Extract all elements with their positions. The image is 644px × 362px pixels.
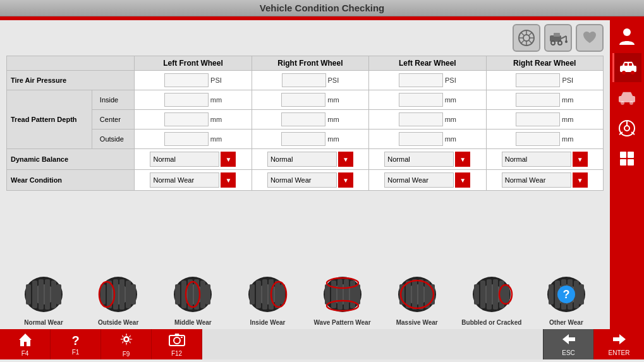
home-svg-icon [18, 332, 33, 346]
tread-center-label: Center [92, 110, 134, 130]
tread-inside-rr-input[interactable] [516, 93, 560, 107]
wear-condition-lf-select[interactable]: Normal Wear Outside Wear Middle Wear Ins… [150, 172, 219, 188]
esc-button[interactable]: ESC [543, 329, 593, 359]
tread-outside-lr-input[interactable] [399, 132, 443, 146]
tire-pressure-rr-unit: PSI [562, 76, 573, 84]
tire-normal-wear-label: Normal Wear [24, 319, 63, 327]
dynamic-balance-lr: Normal Abnormal ▼ [369, 149, 486, 170]
svg-point-97 [621, 101, 624, 105]
left-rear-header: Left Rear Wheel [369, 56, 486, 71]
tire-inside-wear: Inside Wear [236, 272, 299, 327]
tire-wave-wear-img [317, 272, 368, 317]
wear-condition-rf-select[interactable]: Normal Wear Outside Wear Middle Wear Ins… [267, 172, 337, 188]
enter-button[interactable]: ENTER [593, 329, 644, 359]
tread-outside-lf-input[interactable] [164, 132, 209, 146]
tread-inside-label: Inside [92, 90, 134, 110]
tread-outside-lr: mm [369, 130, 486, 149]
tire-bubbled-wear-svg [469, 274, 514, 315]
wear-condition-lf-dropdown-btn[interactable]: ▼ [221, 172, 236, 188]
tread-center-rr-input[interactable] [516, 112, 560, 126]
tread-center-lf-input[interactable] [164, 112, 209, 126]
tread-outside-rf-input[interactable] [281, 132, 325, 146]
tire-middle-wear-label: Middle Wear [174, 319, 212, 327]
sidebar-person-btn[interactable] [612, 23, 641, 52]
svg-rect-49 [275, 281, 280, 308]
wear-condition-rf-dropdown-btn[interactable]: ▼ [338, 172, 353, 188]
dynamic-balance-lr-select[interactable]: Normal Abnormal [384, 152, 454, 167]
svg-marker-115 [613, 334, 626, 344]
heart-toolbar-icon[interactable] [576, 24, 604, 52]
svg-rect-58 [350, 281, 355, 308]
tire-middle-wear-svg [170, 274, 216, 315]
tire-wave-wear: Wave Pattern Wear [311, 272, 374, 327]
svg-rect-46 [256, 281, 261, 308]
tread-inside-rf-input[interactable] [281, 93, 325, 107]
wear-condition-lr-select[interactable]: Normal Wear Outside Wear Middle Wear Ins… [384, 172, 454, 188]
car-icon [619, 61, 638, 75]
tire-outside-wear-label: Outside Wear [98, 319, 138, 327]
wear-condition-rf: Normal Wear Outside Wear Middle Wear Ins… [252, 170, 368, 191]
tire-massive-wear-svg [394, 274, 440, 315]
svg-line-6 [521, 32, 524, 35]
main-layout: Left Front Wheel Right Front Wheel Left … [0, 20, 644, 329]
dynamic-balance-rr-select[interactable]: Normal Abnormal [502, 152, 571, 167]
sidebar-steering-btn[interactable] [612, 114, 641, 143]
svg-rect-82 [549, 284, 554, 305]
steering-icon [618, 119, 636, 137]
esc-label: ESC [562, 349, 575, 356]
wheel-toolbar-icon[interactable] [513, 24, 540, 52]
wear-condition-rr-dropdown-btn[interactable]: ▼ [573, 172, 588, 188]
f1-button[interactable]: ? F1 [51, 329, 101, 359]
person-icon [618, 27, 636, 47]
wear-condition-rr-select[interactable]: Normal Wear Outside Wear Middle Wear Ins… [502, 172, 571, 188]
tread-inside-rf: mm [252, 90, 368, 110]
tread-center-rf-input[interactable] [281, 112, 325, 126]
tow-icon [549, 29, 568, 47]
tread-center-lf: mm [135, 110, 252, 130]
tread-inside-rr-unit: mm [562, 96, 573, 104]
f12-button[interactable]: F12 [152, 329, 202, 359]
help-icon: ? [71, 334, 79, 348]
enter-arrow-icon [612, 333, 627, 349]
tread-outside-rr: mm [486, 130, 603, 149]
right-rear-header: Right Rear Wheel [486, 56, 603, 71]
svg-rect-45 [250, 284, 255, 305]
tire-pressure-rf-unit: PSI [328, 76, 339, 84]
dynamic-balance-rf-select[interactable]: Normal Abnormal [267, 152, 337, 167]
tire-icons-section: Normal Wear [0, 267, 610, 329]
tread-outside-rr-input[interactable] [516, 132, 560, 146]
tire-pressure-lf: PSI [135, 71, 252, 90]
tire-pressure-rr-input[interactable] [516, 73, 560, 87]
wear-condition-lr-dropdown-btn[interactable]: ▼ [455, 172, 470, 188]
sidebar-car2-btn[interactable] [612, 83, 641, 112]
svg-rect-55 [331, 281, 336, 308]
tread-inside-lf-input[interactable] [164, 93, 209, 107]
dynamic-balance-rr-dropdown-btn[interactable]: ▼ [573, 152, 588, 167]
sidebar-car-btn[interactable] [612, 53, 641, 82]
dynamic-balance-lf-select[interactable]: Normal Abnormal [150, 152, 219, 167]
dynamic-balance-lr-dropdown-btn[interactable]: ▼ [455, 152, 470, 167]
tire-pressure-lf-input[interactable] [164, 73, 209, 87]
svg-line-8 [529, 32, 532, 35]
wear-condition-lf: Normal Wear Outside Wear Middle Wear Ins… [135, 170, 252, 191]
f4-button[interactable]: F4 [0, 329, 51, 359]
tread-inside-lr-unit: mm [445, 96, 456, 104]
dynamic-balance-lf: Normal Abnormal ▼ [135, 149, 252, 170]
tire-inside-wear-img [242, 272, 293, 317]
tow-toolbar-icon[interactable] [544, 24, 572, 52]
tread-center-lr-input[interactable] [399, 112, 443, 126]
svg-rect-104 [620, 152, 626, 158]
dynamic-balance-lf-dropdown-btn[interactable]: ▼ [221, 152, 236, 167]
dynamic-balance-rf-dropdown-btn[interactable]: ▼ [338, 152, 353, 167]
dynamic-balance-rr: Normal Abnormal ▼ [486, 149, 603, 170]
tire-pressure-lr-input[interactable] [399, 73, 443, 87]
sidebar-grid-btn[interactable] [612, 144, 641, 173]
tread-outside-lf: mm [135, 130, 252, 149]
svg-rect-74 [480, 281, 485, 308]
tread-inside-lr-input[interactable] [399, 93, 443, 107]
svg-point-13 [558, 41, 562, 45]
f9-button[interactable]: F9 [101, 329, 152, 359]
svg-rect-47 [262, 279, 267, 310]
tread-inside-rf-unit: mm [327, 96, 339, 104]
tire-pressure-rf-input[interactable] [282, 73, 326, 87]
